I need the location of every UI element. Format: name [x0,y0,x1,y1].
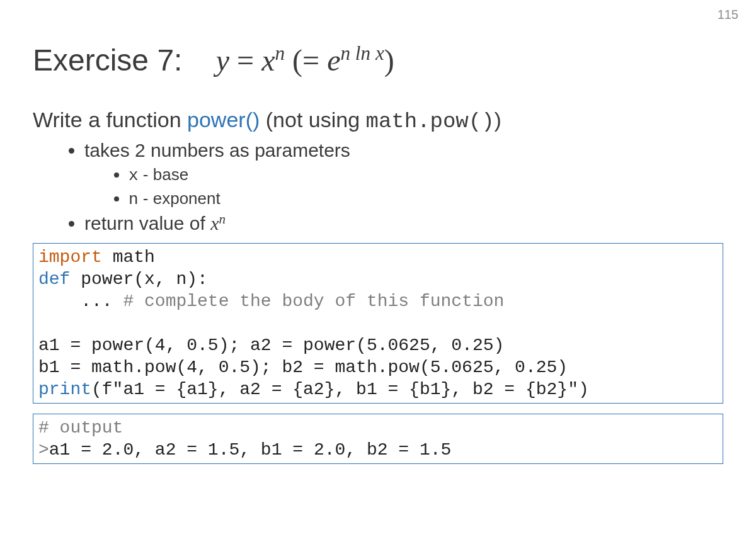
intro-pre: Write a function [33,108,187,132]
bullet-params-text: takes 2 numbers as parameters [84,140,350,161]
output-comment: # output [38,418,123,438]
param-n-rest: - exponent [139,189,220,208]
code-import-rest: math [102,247,155,267]
intro-mono: math.pow() [366,110,495,133]
eq-x: x [261,43,275,77]
eq-eq: = [237,43,254,77]
code-kw-print: print [38,380,91,399]
intro-fn: power() [187,108,260,132]
eq-lhs: y [216,43,229,77]
code-print-rest: (f"a1 = {a1}, a2 = {a2}, b1 = {b1}, b2 =… [91,380,589,399]
sub-bullet-list: x - base n - exponent [84,165,723,209]
eq-close: ) [384,43,394,77]
slide-body: Exercise 7: y = xn (= en ln x) Write a f… [0,0,756,489]
title-equation: y = xn (= en ln x) [216,43,394,77]
code-box-output: # output >a1 = 2.0, a2 = 1.5, b1 = 2.0, … [33,414,723,464]
intro-post: ) [495,108,501,132]
sub-bullet-x: x - base [129,165,723,185]
bullet-params: takes 2 numbers as parameters x - base n… [84,140,723,209]
code-box-source: import math def power(x, n): ... # compl… [33,243,723,404]
param-x-code: x [129,166,139,185]
page-number: 115 [718,8,738,22]
code-line-a: a1 = power(4, 0.5); a2 = power(5.0625, 0… [38,336,504,355]
intro-text: Write a function power() (not using math… [33,108,723,133]
bullet-return-pre: return value of [84,213,210,234]
eq-e: e [327,43,340,77]
code-comment-body: # complete the body of this function [123,291,504,311]
eq-open: (= [292,43,319,77]
return-x: x [210,213,219,234]
slide-title: Exercise 7: y = xn (= en ln x) [33,43,723,77]
output-prompt: > [38,440,49,460]
param-x-rest: - base [139,165,189,184]
bullet-list: takes 2 numbers as parameters x - base n… [33,140,723,234]
code-kw-import: import [38,247,102,267]
output-text: a1 = 2.0, a2 = 1.5, b1 = 2.0, b2 = 1.5 [49,440,452,460]
code-def-rest: power(x, n): [70,269,207,289]
return-n: n [219,212,226,227]
param-n-code: n [129,190,139,209]
sub-bullet-n: n - exponent [129,189,723,209]
eq-e-exp: n ln x [340,42,384,64]
eq-n: n [275,42,285,64]
intro-mid: (not using [260,108,365,132]
title-prefix: Exercise 7: [33,43,182,77]
code-line-b: b1 = math.pow(4, 0.5); b2 = math.pow(5.0… [38,358,568,377]
code-kw-def: def [38,269,70,289]
bullet-return: return value of xn [84,213,723,234]
code-ellipsis: ... [38,291,123,311]
